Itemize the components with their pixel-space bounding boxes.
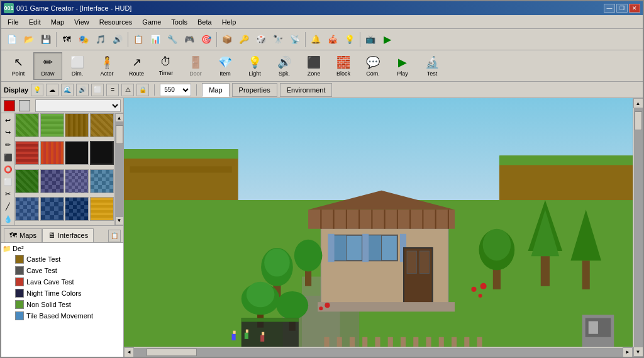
tex-cell-1[interactable]	[40, 113, 64, 137]
tool-actor[interactable]: 🧍 Actor	[92, 52, 121, 80]
tree-item-tile[interactable]: Tile Based Movement	[3, 310, 122, 322]
tool-com[interactable]: 💬 Com.	[358, 52, 387, 80]
tex-cell-8[interactable]	[15, 169, 39, 193]
tex-scroll-track[interactable]	[115, 122, 124, 216]
tb-play[interactable]: ▶	[379, 31, 396, 48]
fg-color-swatch[interactable]	[4, 100, 15, 111]
tb-item13[interactable]: 💡	[341, 31, 358, 48]
side-tool-undo[interactable]: ↩	[2, 115, 14, 126]
tool-door[interactable]: 🚪 Door	[181, 52, 210, 80]
tab-maps[interactable]: 🗺 Maps	[4, 228, 42, 242]
menu-help[interactable]: Help	[217, 17, 242, 27]
tex-cell-11[interactable]	[90, 169, 114, 193]
restore-button[interactable]: ❐	[616, 4, 628, 13]
tree-item-night[interactable]: Night Time Colors	[3, 288, 122, 299]
tool-block[interactable]: 🧱 Block	[329, 52, 358, 80]
disp-grid-btn[interactable]: ⬜	[91, 84, 104, 96]
tab-properties[interactable]: Properties	[232, 83, 277, 97]
tb-item7[interactable]: 🔑	[236, 31, 252, 48]
menu-tools[interactable]: Tools	[166, 17, 192, 27]
tb-item12[interactable]: 🎪	[325, 31, 341, 48]
tex-cell-7[interactable]	[90, 141, 114, 165]
side-tool-circle[interactable]: ⭕	[2, 164, 14, 176]
tool-spk[interactable]: 🔊 Spk.	[270, 52, 299, 80]
menu-beta[interactable]: Beta	[192, 17, 217, 27]
tb-new[interactable]: 📄	[4, 31, 20, 48]
tb-item11[interactable]: 🔔	[308, 31, 324, 48]
disp-light-btn[interactable]: 💡	[31, 84, 43, 96]
tex-cell-3[interactable]	[90, 113, 114, 137]
tree-item-nonsolid[interactable]: Non Solid Test	[3, 299, 122, 310]
tool-test[interactable]: 🔬 Test	[418, 52, 447, 80]
menu-resources[interactable]: Resources	[94, 17, 138, 27]
texture-dropdown[interactable]	[35, 99, 121, 112]
tex-cell-9[interactable]	[40, 169, 64, 193]
menu-game[interactable]: Game	[137, 17, 166, 27]
tex-scroll-down[interactable]: ▼	[115, 216, 124, 225]
tb-sound[interactable]: 🔊	[109, 31, 126, 48]
side-tool-rect[interactable]: ⬜	[2, 176, 14, 188]
tab-environment[interactable]: Environment	[280, 83, 333, 97]
tb-item10[interactable]: 📡	[287, 31, 303, 48]
side-tool-line[interactable]: ╱	[2, 201, 14, 213]
tree-item-cave[interactable]: Cave Test	[3, 265, 122, 276]
vscroll-thumb[interactable]	[635, 111, 642, 130]
close-button[interactable]: ✕	[629, 4, 640, 13]
disp-eq-btn[interactable]: =	[106, 84, 119, 96]
tab-interfaces[interactable]: 🖥 Interfaces	[42, 228, 94, 242]
tool-point[interactable]: ↖ Point	[4, 52, 33, 80]
tab-extra-btn[interactable]: 📋	[108, 230, 121, 242]
menu-map[interactable]: Map	[46, 17, 69, 27]
tb-item6[interactable]: 📦	[219, 31, 235, 48]
tool-play[interactable]: ▶ Play	[388, 52, 417, 80]
vscroll-down[interactable]: ▼	[633, 347, 643, 357]
side-tool-eyedrop[interactable]: 💧	[2, 213, 14, 225]
tree-item-castle[interactable]: Castle Test	[3, 254, 122, 265]
tex-cell-14[interactable]	[65, 197, 89, 221]
tb-open[interactable]: 📂	[21, 31, 37, 48]
tex-cell-0[interactable]	[15, 113, 39, 137]
hscroll-left[interactable]: ◄	[124, 347, 134, 357]
side-tool-fill[interactable]: ⬛	[2, 152, 14, 164]
tb-item5[interactable]: 🎯	[198, 31, 214, 48]
menu-file[interactable]: File	[3, 17, 24, 27]
vscroll-up[interactable]: ▲	[633, 98, 643, 108]
tree-item-lava[interactable]: Lava Cave Test	[3, 276, 122, 288]
disp-warn-btn[interactable]: ⚠	[121, 84, 134, 96]
disp-lock-btn[interactable]: 🔒	[136, 84, 149, 96]
hscroll-right[interactable]: ►	[623, 347, 633, 357]
tb-map[interactable]: 🗺	[58, 31, 75, 48]
hscroll-thumb[interactable]	[147, 349, 197, 356]
tab-map[interactable]: Map	[202, 83, 229, 97]
side-tool-redo[interactable]: ↪	[2, 127, 14, 139]
disp-water-btn[interactable]: 🌊	[61, 84, 74, 96]
hscroll-track[interactable]	[134, 348, 623, 357]
disp-cloud-btn[interactable]: ☁	[46, 84, 58, 96]
tex-cell-6[interactable]	[65, 141, 89, 165]
scene-view[interactable]	[124, 98, 633, 347]
tool-draw[interactable]: ✏ Draw	[33, 52, 62, 80]
tex-cell-13[interactable]	[40, 197, 64, 221]
tex-cell-12[interactable]	[15, 197, 39, 221]
tool-route[interactable]: ↗ Route	[122, 52, 151, 80]
tex-cell-4[interactable]	[15, 141, 39, 165]
minimize-button[interactable]: —	[604, 4, 615, 13]
tool-light[interactable]: 💡 Light	[240, 52, 269, 80]
menu-view[interactable]: View	[69, 17, 94, 27]
tex-cell-2[interactable]	[65, 113, 89, 137]
tex-cell-5[interactable]	[40, 141, 64, 165]
tex-scroll-thumb[interactable]	[116, 125, 123, 144]
tb-item2[interactable]: 📊	[147, 31, 164, 48]
zoom-select[interactable]: 550 100 200 400 800	[160, 84, 191, 96]
tb-item9[interactable]: 🔭	[270, 31, 286, 48]
side-tool-pencil[interactable]: ✏	[2, 139, 14, 151]
tool-item[interactable]: 💎 Item	[211, 52, 240, 80]
side-tool-select[interactable]: ✂	[2, 189, 14, 201]
tb-item1[interactable]: 📋	[130, 31, 147, 48]
tb-item4[interactable]: 🎮	[181, 31, 197, 48]
tb-item3[interactable]: 🔧	[164, 31, 180, 48]
tool-dim[interactable]: ⬜ Dim.	[63, 52, 92, 80]
menu-edit[interactable]: Edit	[24, 17, 46, 27]
disp-sound-btn[interactable]: 🔊	[76, 84, 89, 96]
tex-scroll-up[interactable]: ▲	[115, 113, 124, 122]
